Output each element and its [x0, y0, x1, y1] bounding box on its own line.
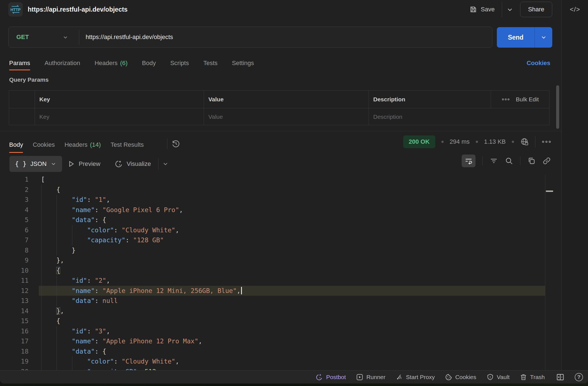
code-line[interactable]: 17 "name": "Apple iPhone 12 Pro Max",: [0, 336, 545, 346]
code-line[interactable]: 11 "id": "2",: [0, 276, 545, 286]
visualize-button[interactable]: Visualize: [114, 156, 151, 172]
line-number: 17: [8, 336, 29, 346]
icons-divider: [520, 156, 520, 165]
response-format-dropdown[interactable]: { } JSON: [9, 156, 62, 172]
indent-guide: [57, 326, 57, 370]
svg-text:HTTP: HTTP: [11, 7, 21, 12]
indent-guide: [57, 195, 57, 255]
code-line[interactable]: 20 "capacity GB": 512: [0, 367, 545, 370]
meta-separator-dot: [476, 141, 478, 143]
cookies-button[interactable]: Cookies: [445, 373, 476, 381]
code-line[interactable]: 8 }: [0, 245, 545, 256]
request-url-bar: GET: [8, 27, 492, 48]
code-line[interactable]: 9 },: [0, 255, 545, 266]
response-tab-cookies[interactable]: Cookies: [33, 137, 55, 153]
code-line[interactable]: 3 "id": "1",: [0, 195, 545, 205]
tab-params[interactable]: Params: [9, 56, 30, 70]
network-security-icon[interactable]: [520, 137, 529, 146]
runner-button[interactable]: Runner: [356, 373, 385, 381]
status-badge[interactable]: 200 OK: [403, 135, 435, 148]
proxy-icon: [395, 373, 403, 381]
share-button[interactable]: Share: [520, 2, 552, 17]
postbot-icon: [315, 373, 323, 381]
response-tab-test-results[interactable]: Test Results: [111, 137, 144, 153]
visualize-chevron-icon[interactable]: [162, 161, 169, 167]
code-snippet-icon[interactable]: </>: [562, 0, 588, 19]
tab-settings[interactable]: Settings: [232, 56, 254, 70]
code-line[interactable]: 1[: [0, 174, 545, 185]
tab-tests[interactable]: Tests: [203, 56, 218, 70]
param-value-input[interactable]: [208, 114, 361, 120]
trash-button[interactable]: Trash: [520, 373, 545, 381]
response-view-icons: [462, 155, 551, 167]
indent-guide: [72, 356, 72, 370]
code-line[interactable]: 12 "name": "Apple iPhone 12 Mini, 256GB,…: [0, 286, 545, 296]
select-all-cell[interactable]: [9, 91, 35, 108]
request-title: https://api.restful-api.dev/objects: [28, 0, 127, 19]
wrap-text-icon[interactable]: [462, 155, 475, 167]
tab-body[interactable]: Body: [142, 56, 156, 70]
response-body-editor[interactable]: 1[2 {3 "id": "1",4 "name": "Google Pixel…: [0, 174, 561, 370]
send-button[interactable]: Send: [497, 27, 552, 48]
send-options-chevron-icon[interactable]: [535, 27, 552, 48]
code-line[interactable]: 14 },: [0, 306, 545, 316]
column-header-value: Value: [204, 91, 369, 108]
code-line[interactable]: 6 "color": "Cloudy White",: [0, 225, 545, 235]
response-size[interactable]: 1.13 KB: [484, 138, 506, 145]
postbot-button[interactable]: Postbot: [315, 373, 346, 381]
url-input[interactable]: [86, 27, 474, 47]
header: HTTP https://api.restful-api.dev/objects…: [0, 0, 561, 22]
save-options-chevron-icon[interactable]: [506, 6, 513, 13]
code-line[interactable]: 5 "data": {: [0, 215, 545, 225]
start-proxy-button[interactable]: Start Proxy: [395, 373, 435, 381]
code-line[interactable]: 18 "data": {: [0, 346, 545, 357]
icons-divider: [482, 156, 483, 165]
editor-overview-ruler[interactable]: [545, 174, 545, 370]
tab-authorization[interactable]: Authorization: [45, 56, 80, 70]
line-number: 13: [8, 296, 29, 306]
search-icon[interactable]: [505, 157, 513, 165]
code-line[interactable]: 4 "name": "Google Pixel 6 Pro",: [0, 205, 545, 215]
response-tab-body[interactable]: Body: [9, 137, 23, 153]
vault-button[interactable]: Vault: [486, 373, 510, 381]
editor-scroll-marker: [546, 191, 553, 192]
tab-scripts[interactable]: Scripts: [170, 56, 189, 70]
response-time[interactable]: 294 ms: [450, 138, 470, 145]
code-line[interactable]: 2 {: [0, 185, 545, 195]
response-history-icon[interactable]: [170, 138, 181, 149]
code-line[interactable]: 16 "id": "3",: [0, 326, 545, 336]
response-tab-headers[interactable]: Headers (14): [65, 137, 101, 153]
copy-icon[interactable]: [527, 157, 536, 165]
text-cursor: [241, 287, 242, 294]
format-chevron-icon: [50, 161, 57, 167]
code-line[interactable]: 7 "capacity": "128 GB": [0, 235, 545, 245]
response-meta: 200 OK 294 ms 1.13 KB: [403, 135, 551, 149]
request-response-divider[interactable]: [0, 131, 561, 131]
request-pane-scrollbar[interactable]: [556, 85, 559, 129]
save-button[interactable]: Save: [469, 3, 495, 16]
code-line[interactable]: 15 {: [0, 316, 545, 326]
panel-layout-icon[interactable]: [556, 373, 565, 382]
filter-icon[interactable]: [490, 157, 498, 165]
code-line[interactable]: 19 "color": "Cloudy White",: [0, 356, 545, 367]
param-key-input[interactable]: [39, 114, 195, 120]
response-headers-count-badge: (14): [90, 141, 101, 148]
code-line[interactable]: 13 "data": null: [0, 296, 545, 306]
line-number: 3: [8, 195, 29, 205]
toolbar-divider: [158, 158, 158, 169]
more-options-icon[interactable]: [502, 98, 510, 101]
code-line[interactable]: 10 {: [0, 266, 545, 276]
response-more-options-icon[interactable]: [541, 140, 551, 144]
preview-button[interactable]: Preview: [67, 156, 100, 172]
tab-headers[interactable]: Headers (6): [94, 56, 127, 70]
meta-separator-dot: [441, 141, 444, 143]
link-icon[interactable]: [543, 157, 551, 165]
row-select-cell[interactable]: [9, 108, 35, 125]
line-number: 14: [8, 306, 29, 316]
cookies-link[interactable]: Cookies: [526, 56, 550, 70]
param-description-input[interactable]: [373, 114, 540, 120]
help-icon[interactable]: ?: [575, 373, 583, 381]
line-number: 20: [8, 367, 29, 370]
bulk-edit-button[interactable]: Bulk Edit: [491, 91, 549, 108]
method-selector[interactable]: GET: [16, 27, 29, 47]
